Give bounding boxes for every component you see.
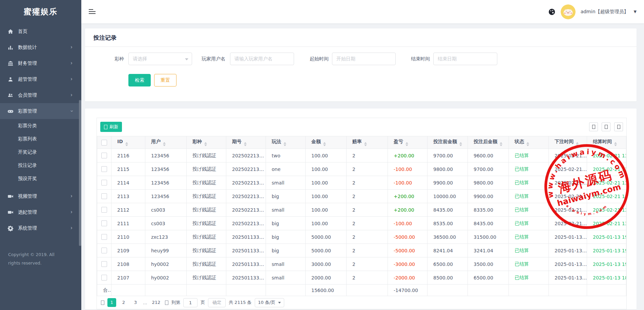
divider xyxy=(85,46,637,47)
table-row: 2112 cs003 投げ銭認証 202502213… small 100.00… xyxy=(97,203,626,217)
cell-id: 2116 xyxy=(111,149,145,162)
select-all-checkbox[interactable] xyxy=(97,136,111,149)
col-user[interactable]: 用户 xyxy=(145,136,187,149)
status-badge: 已结算 xyxy=(509,217,549,230)
sidebar-item-0[interactable]: 首页 xyxy=(0,23,81,39)
page-button[interactable]: 2 xyxy=(119,298,128,307)
chevron-right-icon: › xyxy=(70,93,72,98)
row-checkbox[interactable] xyxy=(97,217,111,230)
status-badge: 已结算 xyxy=(509,244,549,257)
col-after[interactable]: 投注后金额 xyxy=(468,136,509,149)
prev-page-icon[interactable] xyxy=(101,301,104,305)
cell-before: 8535.00 xyxy=(428,217,468,230)
print-icon[interactable] xyxy=(602,122,610,131)
row-checkbox[interactable] xyxy=(97,190,111,203)
col-period[interactable]: 期号 xyxy=(226,136,266,149)
refresh-button[interactable]: 刷新 xyxy=(100,122,122,132)
sidebar-subitem-1[interactable]: 彩票列表 xyxy=(0,132,81,146)
user-menu[interactable]: admin【超级管理员】 xyxy=(581,9,629,15)
goto-page-input[interactable] xyxy=(183,298,198,307)
cell-play: big xyxy=(266,217,306,230)
sidebar-item-4[interactable]: 会员管理› xyxy=(0,87,81,103)
cell-before: 8241.04 xyxy=(428,244,468,257)
menu-toggle-icon[interactable] xyxy=(89,9,96,14)
start-time-label: 起始时间 xyxy=(306,53,329,65)
cell-play: big xyxy=(266,230,306,244)
summary-row: 合… 15600.00 -14700.00 xyxy=(97,285,626,296)
table-row: 2108 hy0002 投げ銭認証 202501133… small 3000.… xyxy=(97,257,626,271)
sort-icon xyxy=(125,142,128,146)
sidebar-item-3[interactable]: 超管管理› xyxy=(0,71,81,87)
username-input[interactable]: 请输入玩家用户名 xyxy=(230,53,294,65)
sidebar-subitem-4[interactable]: 预设开奖 xyxy=(0,172,81,185)
col-status[interactable]: 状态 xyxy=(509,136,549,149)
col-before[interactable]: 投注前金额 xyxy=(428,136,468,149)
col-bet_time[interactable]: 下注时间 xyxy=(549,136,587,149)
cell-after: 8335.00 xyxy=(468,203,509,217)
sidebar-item-2[interactable]: 财务管理› xyxy=(0,55,81,71)
sidebar-item-8[interactable]: 系统管理› xyxy=(0,220,81,236)
row-checkbox[interactable] xyxy=(97,271,111,285)
row-checkbox[interactable] xyxy=(97,149,111,162)
sidebar-subitem-3[interactable]: 投注记录 xyxy=(0,159,81,172)
chevron-right-icon: › xyxy=(70,194,72,199)
cell-bet-time: 2025-02-21… xyxy=(549,217,587,230)
row-checkbox[interactable] xyxy=(97,203,111,217)
row-checkbox[interactable] xyxy=(97,244,111,257)
confirm-button[interactable]: 确定 xyxy=(208,298,226,307)
chevron-right-icon: › xyxy=(70,210,72,215)
theme-icon[interactable] xyxy=(548,8,556,16)
sort-icon xyxy=(323,142,326,146)
col-lottery[interactable]: 彩种 xyxy=(187,136,226,149)
sidebar-subitem-0[interactable]: 彩票分类 xyxy=(0,119,81,132)
row-checkbox[interactable] xyxy=(97,176,111,190)
cell-period: 202502213… xyxy=(226,149,266,162)
cell-settle-time: 2025-02-21 13:3 xyxy=(587,162,626,176)
sidebar-subitem-2[interactable]: 开奖记录 xyxy=(0,146,81,159)
row-checkbox[interactable] xyxy=(97,162,111,176)
col-odds[interactable]: 赔率 xyxy=(347,136,388,149)
sort-icon xyxy=(204,142,207,146)
per-page-select[interactable]: 10 条/页 xyxy=(255,298,284,307)
col-profit[interactable]: 盈亏 xyxy=(388,136,428,149)
cell-bet-time: 2025-01-13… xyxy=(549,244,587,257)
cell-odds: 2 xyxy=(347,149,388,162)
table-row: 2107 hy0002 投げ銭認証 202501133… small 2000.… xyxy=(97,271,626,285)
export-icon[interactable] xyxy=(589,122,598,131)
search-button[interactable]: 检索 xyxy=(128,74,151,86)
col-settle_time[interactable]: 结算时间 xyxy=(587,136,626,149)
avatar[interactable] xyxy=(561,4,576,19)
cell-settle-time: 2025-02-21 13:2 xyxy=(587,176,626,190)
sidebar-item-5[interactable]: 彩票管理› xyxy=(0,103,81,119)
copyright: Copyright © 2019. All rights reserved. xyxy=(8,250,64,267)
start-date-input[interactable]: 开始日期 xyxy=(332,53,396,65)
table-wrapper: 刷新 ID用户彩种期号玩法金额赔率盈亏投注前金额投注后金额状态下注时间结算时间 … xyxy=(97,118,627,309)
row-checkbox[interactable] xyxy=(97,257,111,271)
col-play[interactable]: 玩法 xyxy=(266,136,306,149)
cell-user: 123456 xyxy=(145,149,187,162)
cell-amount: 100.00 xyxy=(306,149,347,162)
sidebar-item-1[interactable]: 数据统计› xyxy=(0,39,81,55)
row-checkbox[interactable] xyxy=(97,230,111,244)
status-badge: 已结算 xyxy=(509,257,549,271)
page-button[interactable]: 3 xyxy=(131,298,140,307)
col-amount[interactable]: 金额 xyxy=(306,136,347,149)
sidebar-item-7[interactable]: 选妃管理› xyxy=(0,204,81,220)
cell-lottery: 投げ銭認証 xyxy=(187,217,226,230)
lottery-type-select[interactable]: 请选择 xyxy=(128,53,192,65)
sidebar-item-6[interactable]: 视频管理› xyxy=(0,188,81,204)
page-unit-label: 页 xyxy=(201,299,205,306)
status-badge: 已结算 xyxy=(509,203,549,217)
page-button[interactable]: 1 xyxy=(107,298,116,307)
sidebar-item-label: 首页 xyxy=(18,28,27,35)
columns-icon[interactable] xyxy=(614,122,623,131)
col-id[interactable]: ID xyxy=(111,136,145,149)
sidebar-item-label: 数据统计 xyxy=(18,44,37,51)
cell-id: 2108 xyxy=(111,257,145,271)
sidebar-scrollbar[interactable] xyxy=(79,100,81,246)
page-button[interactable]: 212 xyxy=(150,298,162,307)
next-page-icon[interactable] xyxy=(165,301,168,305)
end-date-input[interactable]: 结束日期 xyxy=(433,53,497,65)
reset-button[interactable]: 重置 xyxy=(154,74,176,86)
cell-bet-time: 2025-02-21… xyxy=(549,190,587,203)
